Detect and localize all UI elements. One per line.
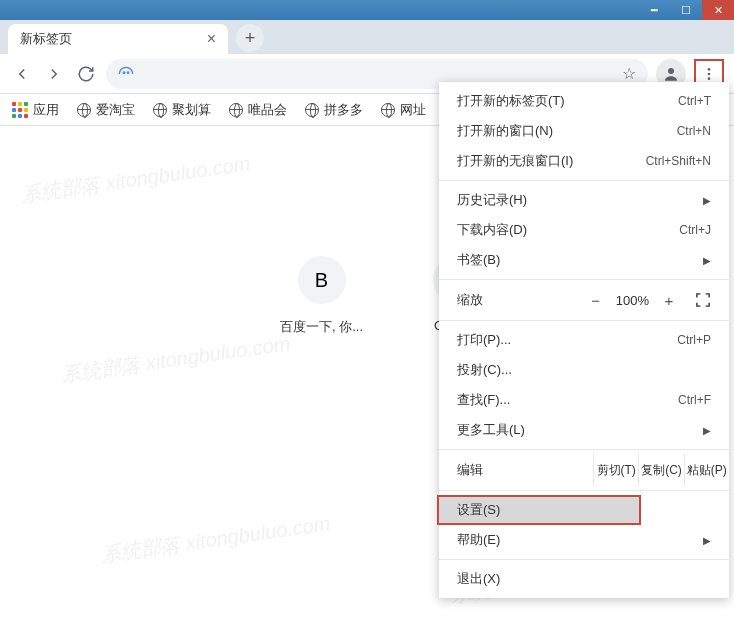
reload-button[interactable]	[74, 62, 98, 86]
apps-icon	[12, 102, 28, 118]
menu-incognito[interactable]: 打开新的无痕窗口(I)Ctrl+Shift+N	[439, 146, 729, 176]
zoom-out-button[interactable]: −	[582, 286, 610, 314]
new-tab-button[interactable]: +	[236, 24, 264, 52]
svg-point-1	[127, 71, 130, 74]
menu-cast[interactable]: 投射(C)...	[439, 355, 729, 385]
menu-new-window[interactable]: 打开新的窗口(N)Ctrl+N	[439, 116, 729, 146]
svg-point-3	[708, 68, 711, 71]
globe-icon	[229, 103, 243, 117]
watermark: 系统部落 xitongbuluo.com	[19, 150, 252, 209]
forward-button[interactable]	[42, 62, 66, 86]
minimize-button[interactable]: ━	[638, 0, 670, 20]
menu-separator	[439, 490, 729, 491]
apps-label: 应用	[33, 101, 59, 119]
menu-downloads[interactable]: 下载内容(D)Ctrl+J	[439, 215, 729, 245]
window-titlebar[interactable]: ━ ☐ ✕	[0, 0, 734, 20]
search-engine-icon	[118, 66, 134, 82]
edit-cut-button[interactable]: 剪切(T)	[593, 454, 638, 486]
menu-edit: 编辑 剪切(T) 复制(C) 粘贴(P)	[439, 454, 729, 486]
bookmark-label: 唯品会	[248, 101, 287, 119]
menu-separator	[439, 559, 729, 560]
bookmark-star-icon[interactable]: ☆	[622, 64, 636, 83]
zoom-in-button[interactable]: +	[655, 286, 683, 314]
shortcut-label: 百度一下, 你...	[280, 318, 363, 336]
menu-more-tools[interactable]: 更多工具(L)▶	[439, 415, 729, 445]
submenu-arrow-icon: ▶	[703, 535, 711, 546]
menu-zoom: 缩放 − 100% +	[439, 284, 729, 316]
close-window-button[interactable]: ✕	[702, 0, 734, 20]
menu-help[interactable]: 帮助(E)▶	[439, 525, 729, 555]
browser-tab[interactable]: 新标签页 ×	[8, 24, 228, 54]
bookmark-label: 网址	[400, 101, 426, 119]
bookmark-label: 拼多多	[324, 101, 363, 119]
bookmark-label: 爱淘宝	[96, 101, 135, 119]
bookmark-item[interactable]: 爱淘宝	[77, 101, 135, 119]
edit-paste-button[interactable]: 粘贴(P)	[684, 454, 729, 486]
menu-exit[interactable]: 退出(X)	[439, 564, 729, 594]
shortcut-icon: B	[298, 256, 346, 304]
bookmark-label: 聚划算	[172, 101, 211, 119]
globe-icon	[153, 103, 167, 117]
apps-button[interactable]: 应用	[12, 101, 59, 119]
menu-new-tab[interactable]: 打开新的标签页(T)Ctrl+T	[439, 86, 729, 116]
submenu-arrow-icon: ▶	[703, 425, 711, 436]
menu-bookmarks[interactable]: 书签(B)▶	[439, 245, 729, 275]
svg-point-0	[123, 71, 126, 74]
tab-title: 新标签页	[20, 30, 72, 48]
bookmark-item[interactable]: 唯品会	[229, 101, 287, 119]
menu-separator	[439, 279, 729, 280]
svg-point-5	[708, 77, 711, 80]
edit-copy-button[interactable]: 复制(C)	[638, 454, 683, 486]
tab-close-icon[interactable]: ×	[207, 30, 216, 48]
menu-separator	[439, 449, 729, 450]
menu-settings[interactable]: 设置(S)	[437, 495, 641, 525]
main-menu: 打开新的标签页(T)Ctrl+T 打开新的窗口(N)Ctrl+N 打开新的无痕窗…	[439, 82, 729, 598]
menu-print[interactable]: 打印(P)...Ctrl+P	[439, 325, 729, 355]
watermark: 系统部落 xitongbuluo.com	[99, 510, 332, 569]
submenu-arrow-icon: ▶	[703, 195, 711, 206]
ntp-shortcut[interactable]: B百度一下, 你...	[280, 256, 363, 336]
menu-find[interactable]: 查找(F)...Ctrl+F	[439, 385, 729, 415]
bookmark-item[interactable]: 拼多多	[305, 101, 363, 119]
bookmark-item[interactable]: 聚划算	[153, 101, 211, 119]
fullscreen-button[interactable]	[689, 286, 717, 314]
svg-point-2	[668, 68, 674, 74]
bookmark-item[interactable]: 网址	[381, 101, 426, 119]
back-button[interactable]	[10, 62, 34, 86]
submenu-arrow-icon: ▶	[703, 255, 711, 266]
zoom-value: 100%	[616, 293, 649, 308]
omnibox-input[interactable]	[144, 66, 612, 82]
menu-history[interactable]: 历史记录(H)▶	[439, 185, 729, 215]
globe-icon	[77, 103, 91, 117]
maximize-button[interactable]: ☐	[670, 0, 702, 20]
svg-point-4	[708, 72, 711, 75]
watermark: 系统部落 xitongbuluo.com	[59, 330, 292, 389]
menu-separator	[439, 320, 729, 321]
menu-separator	[439, 180, 729, 181]
tab-strip: 新标签页 × +	[0, 20, 734, 54]
globe-icon	[305, 103, 319, 117]
globe-icon	[381, 103, 395, 117]
